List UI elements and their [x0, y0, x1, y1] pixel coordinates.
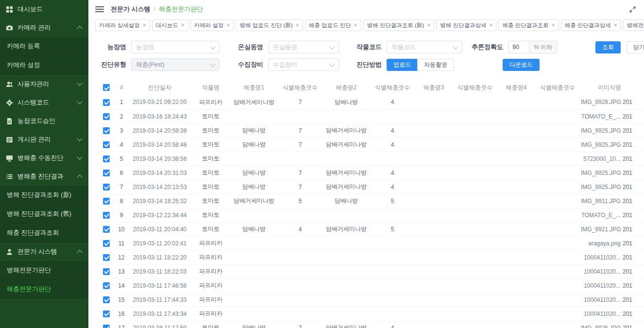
sidebar-subitem[interactable]: 해충전문가판단 — [0, 280, 88, 299]
row-checkbox[interactable] — [103, 155, 110, 162]
sidebar-item[interactable]: 게시판 관리 — [0, 130, 88, 149]
cell: 12 — [115, 250, 128, 264]
tab[interactable]: 대시보드× — [152, 19, 188, 31]
cell — [535, 293, 580, 307]
greenhouse-select[interactable]: 온실동명 — [268, 41, 339, 53]
row-checkbox[interactable] — [103, 170, 110, 176]
tab-close-icon[interactable]: × — [354, 22, 357, 29]
farm-name-select[interactable]: 농장명 — [131, 41, 220, 53]
cell: 16 — [115, 307, 128, 321]
menu-toggle-icon[interactable] — [95, 6, 104, 12]
breadcrumb-root[interactable]: 전문가 시스템 — [111, 5, 151, 13]
tab-label: 병해전문가판단 — [627, 22, 644, 29]
column-header: 해충명2 — [322, 80, 370, 95]
tab-close-icon[interactable]: × — [181, 22, 185, 29]
cell: 2019-03-12 22:34:44 — [128, 208, 191, 222]
sidebar-subitem[interactable]: 카메라 설정 — [0, 56, 88, 75]
sidebar-item[interactable]: 사용자관리 — [0, 75, 88, 93]
cell: 3 — [115, 123, 128, 138]
tab-close-icon[interactable]: × — [296, 22, 299, 29]
cell — [497, 95, 535, 109]
chevron-down-icon — [210, 61, 215, 67]
cell — [322, 152, 370, 166]
search-button[interactable]: 조회 — [595, 41, 621, 53]
cell: 2019-03-14 20:13:53 — [128, 180, 191, 194]
cell — [278, 264, 322, 278]
cell: 2019-03-11 17:46:58 — [128, 278, 191, 293]
accuracy-input[interactable] — [508, 41, 529, 53]
tab[interactable]: 카메라 설정× — [190, 19, 234, 31]
tab[interactable]: 병해 진단결과조회 (新)× — [363, 19, 435, 31]
cell — [535, 180, 580, 194]
tab-close-icon[interactable]: × — [552, 22, 555, 29]
row-checkbox[interactable] — [103, 198, 110, 205]
tab-close-icon[interactable]: × — [489, 22, 492, 29]
row-checkbox[interactable] — [103, 296, 110, 303]
row-checkbox[interactable] — [103, 141, 110, 148]
sidebar-item[interactable]: 카메라 관리 — [0, 18, 88, 37]
tab[interactable]: 카메라 상세설정× — [95, 19, 150, 31]
chevron-down-icon — [329, 61, 335, 67]
row-checkbox[interactable] — [103, 212, 110, 219]
sidebar-item[interactable]: 병해충 수동진단 — [0, 149, 88, 167]
cell — [497, 222, 535, 236]
cell — [453, 166, 497, 180]
row-checkbox[interactable] — [103, 184, 110, 190]
sidebar-item[interactable]: 전문가 시스템 — [0, 242, 88, 261]
cell: 2019-03-11 18:22:20 — [128, 250, 191, 264]
diagnosis-type-select[interactable]: 해충(Pest) — [131, 58, 220, 71]
tab[interactable]: 병해 업로드 진단 (新)× — [236, 19, 303, 31]
row-checkbox[interactable] — [103, 226, 110, 233]
row-checkbox[interactable] — [103, 127, 110, 134]
tab-close-icon[interactable]: × — [427, 22, 430, 29]
sidebar-subitem[interactable]: 병해전문가판단 — [0, 261, 88, 280]
sidebar-item[interactable]: 병해충 진단결과 — [0, 167, 88, 186]
crop-code-select[interactable]: 작물코드 — [387, 41, 462, 53]
tab[interactable]: 병해 진단결과상세× — [436, 19, 496, 31]
row-checkbox[interactable] — [103, 325, 110, 328]
select-all-checkbox[interactable] — [103, 84, 110, 91]
cell: 1000411020... — [580, 264, 622, 278]
tab-close-icon[interactable]: × — [614, 22, 617, 29]
cell — [370, 236, 415, 250]
sidebar-item[interactable]: 시스템코드 — [0, 93, 88, 112]
tab[interactable]: 병해전문가판단× — [623, 19, 644, 31]
sidebar-subitem[interactable]: 카메라 등록 — [0, 37, 88, 56]
sidebar-item[interactable]: 대시보드 — [0, 0, 88, 18]
row-checkbox[interactable] — [103, 311, 110, 317]
cell: 담배거세미나방 — [322, 180, 370, 194]
sidebar-subitem[interactable]: 병해 진단결과조회 (新) — [0, 186, 88, 205]
method-upload-button[interactable]: 업로드 — [387, 59, 418, 71]
row-select-cell — [98, 250, 115, 264]
cell: 4 — [370, 180, 415, 194]
tab[interactable]: 해충 진단결과상세× — [561, 19, 621, 31]
device-select[interactable]: 수집장비 — [268, 58, 339, 71]
row-checkbox[interactable] — [103, 99, 110, 106]
sidebar-subitem[interactable]: 해충 진단결과조회 — [0, 224, 88, 242]
close-button[interactable]: 닫기 — [627, 41, 644, 53]
cell — [370, 152, 415, 166]
cell: 11 — [115, 236, 128, 250]
row-checkbox[interactable] — [103, 240, 110, 247]
row-checkbox[interactable] — [103, 282, 110, 289]
tab[interactable]: 해충 업로드 진단× — [305, 19, 361, 31]
row-checkbox[interactable] — [103, 113, 110, 120]
tab[interactable]: 해충 진단결과조회× — [498, 19, 559, 31]
row-checkbox[interactable] — [103, 254, 110, 261]
breadcrumb-current: 해충전문가판단 — [159, 5, 203, 13]
tab-close-icon[interactable]: × — [226, 22, 230, 29]
row-select-cell — [98, 123, 115, 138]
cell: 7 — [278, 321, 322, 328]
cell: 1000411020... — [580, 293, 622, 307]
cell: 파프리카 — [191, 293, 230, 307]
download-button[interactable]: 다운로드 — [503, 59, 540, 71]
sidebar-subitem[interactable]: 병해 진단결과조회 (舊) — [0, 205, 88, 224]
row-select-cell — [98, 208, 115, 222]
sidebar-item[interactable]: 농장코드승인 — [0, 112, 88, 130]
column-header: 이미지명 — [580, 80, 622, 95]
method-auto-button[interactable]: 자동촬영 — [417, 59, 454, 71]
tab-close-icon[interactable]: × — [143, 22, 146, 29]
row-checkbox[interactable] — [103, 268, 110, 275]
row-select-cell — [98, 152, 115, 166]
fullscreen-icon[interactable] — [629, 6, 636, 13]
